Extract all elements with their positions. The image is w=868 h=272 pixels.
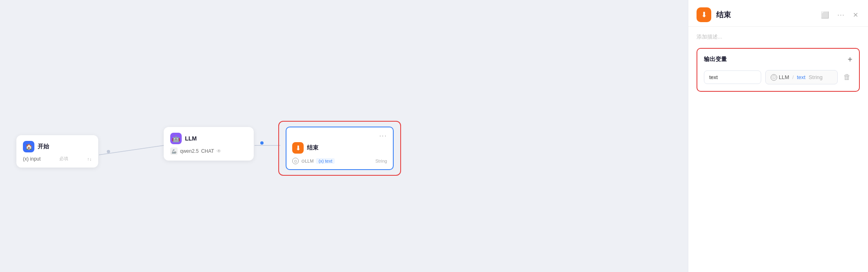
layout-icon: ⬜	[821, 11, 829, 18]
llm-model-name: qwen2.5	[180, 148, 198, 154]
panel-close-button[interactable]: ✕	[851, 9, 860, 20]
end-dots: ···	[292, 132, 387, 140]
output-variables-section: 输出变量 + ⓘ LLM / text String 🗑	[697, 48, 860, 92]
panel-header: ⬇ 结束 ⬜ ··· ✕	[688, 0, 868, 27]
panel-actions: ⬜ ··· ✕	[819, 9, 860, 20]
var-name-input[interactable]	[704, 70, 761, 84]
start-icon: 🏠	[23, 141, 34, 152]
panel-title: 结束	[716, 10, 819, 20]
delete-variable-button[interactable]: 🗑	[842, 71, 852, 83]
llm-model-icon: 🦾	[170, 147, 178, 155]
start-var-row: (x) input 必填 ↑↓	[23, 156, 92, 162]
var-ref-separator: /	[791, 74, 795, 80]
output-var-row: ⓘ LLM / text String 🗑	[704, 70, 852, 84]
end-node-header: ⬇ 结束	[292, 142, 387, 154]
end-info-icon: ⊙	[292, 158, 299, 164]
svg-point-2	[107, 150, 110, 153]
var-ref-type: String	[809, 74, 823, 80]
canvas: 🏠 开始 (x) input 必填 ↑↓ 🤖 LLM 🦾 qwen2.5 CHA…	[0, 0, 688, 272]
node-start[interactable]: 🏠 开始 (x) input 必填 ↑↓	[16, 135, 98, 168]
description-placeholder: 添加描述...	[697, 33, 860, 41]
node-llm[interactable]: 🤖 LLM 🦾 qwen2.5 CHAT 👁	[164, 127, 254, 161]
start-var-type: ↑↓	[87, 156, 92, 161]
var-ref-source: LLM	[779, 74, 789, 80]
panel-body: 添加描述... 输出变量 + ⓘ LLM / text String	[688, 27, 868, 272]
panel-more-button[interactable]: ···	[836, 9, 846, 20]
svg-line-0	[99, 145, 164, 155]
var-ref-box[interactable]: ⓘ LLM / text String	[765, 70, 838, 84]
llm-icon: 🤖	[170, 133, 182, 144]
end-var-row: ⊙ ⊙LLM (x) text String	[292, 158, 387, 164]
right-panel: ⬇ 结束 ⬜ ··· ✕ 添加描述... 输出变量 +	[688, 0, 868, 272]
llm-model-badge: CHAT	[201, 148, 214, 154]
llm-node-header: 🤖 LLM	[170, 133, 247, 144]
close-icon: ✕	[853, 11, 858, 18]
llm-title: LLM	[185, 135, 197, 142]
more-icon: ···	[837, 11, 845, 19]
end-var-source: ⊙LLM	[301, 159, 313, 164]
end-var-name: (x) text	[316, 158, 335, 164]
start-var-label: (x) input	[23, 156, 41, 162]
var-ref-name: text	[797, 74, 805, 80]
node-end-inner: ··· ⬇ 结束 ⊙ ⊙LLM (x) text String	[286, 127, 394, 170]
var-ref-info-icon: ⓘ	[771, 74, 777, 81]
start-node-header: 🏠 开始	[23, 141, 92, 152]
node-end-outer[interactable]: ··· ⬇ 结束 ⊙ ⊙LLM (x) text String	[278, 121, 401, 176]
panel-icon: ⬇	[697, 7, 711, 22]
svg-point-3	[260, 141, 264, 145]
panel-layout-button[interactable]: ⬜	[819, 9, 831, 20]
end-title: 结束	[307, 144, 318, 152]
llm-eye-icon: 👁	[216, 148, 221, 154]
add-variable-button[interactable]: +	[848, 55, 852, 63]
section-title: 输出变量	[704, 56, 727, 63]
start-title: 开始	[38, 143, 49, 150]
section-header: 输出变量 +	[704, 55, 852, 63]
end-icon: ⬇	[292, 142, 304, 154]
llm-model-row: 🦾 qwen2.5 CHAT 👁	[170, 147, 247, 155]
start-var-required: 必填	[59, 156, 68, 162]
end-var-type: String	[375, 159, 387, 163]
